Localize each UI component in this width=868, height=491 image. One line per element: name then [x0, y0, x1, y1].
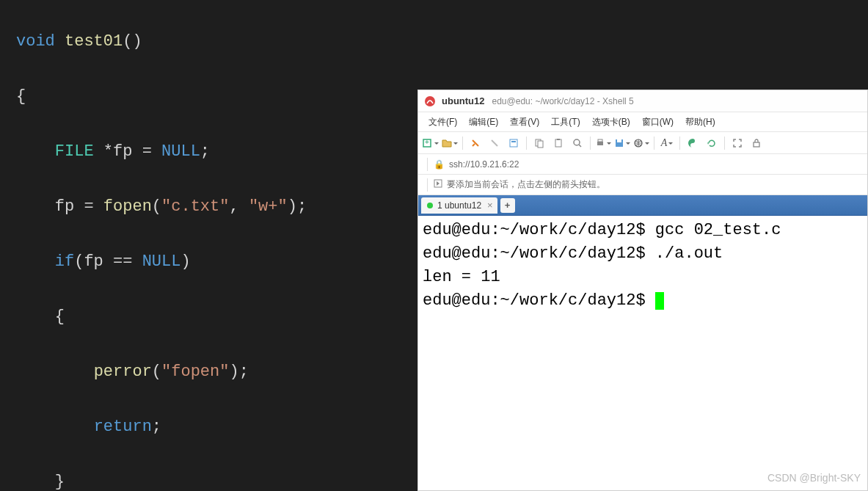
new-session-button[interactable]: +	[423, 135, 439, 151]
save-button[interactable]	[614, 135, 630, 151]
menu-file[interactable]: 文件(F)	[423, 113, 463, 131]
function-name: test01	[65, 32, 123, 51]
session-tab-label: 1 ubuntu12	[437, 200, 481, 211]
code-text: (fp ==	[74, 252, 142, 271]
reconnect-button[interactable]	[467, 135, 484, 151]
code-text: *fp =	[94, 142, 161, 161]
add-tab-button[interactable]: +	[500, 198, 515, 213]
brace: }	[55, 473, 65, 491]
menu-view[interactable]: 查看(V)	[504, 113, 545, 131]
copy-button[interactable]	[531, 135, 547, 151]
menu-edit[interactable]: 编辑(E)	[463, 113, 504, 131]
svg-rect-6	[538, 141, 543, 148]
separator	[427, 178, 428, 192]
string-literal: "fopen"	[161, 363, 229, 381]
menu-window[interactable]: 窗口(W)	[636, 113, 679, 131]
window-title-sub: edu@edu: ~/work/c/day12 - Xshell 5	[492, 96, 634, 106]
separator	[427, 158, 428, 171]
info-text: 要添加当前会话，点击左侧的箭头按钮。	[447, 178, 605, 191]
code-editor[interactable]: void test01() { FILE *fp = NULL; fp = fo…	[0, 0, 411, 491]
punctuation: (	[152, 363, 161, 381]
watermark: CSDN @Bright-SKY	[767, 472, 861, 484]
svg-rect-3	[510, 139, 517, 147]
menu-tools[interactable]: 工具(T)	[545, 113, 586, 131]
refresh-button[interactable]	[704, 135, 720, 151]
punctuation: ;	[152, 418, 161, 436]
properties-button[interactable]	[506, 135, 522, 151]
theme-button[interactable]	[685, 135, 701, 151]
fullscreen-button[interactable]	[729, 135, 745, 151]
punctuation: );	[288, 197, 307, 216]
function-call: perror	[94, 363, 152, 381]
window-title-main: ubuntu12	[442, 95, 485, 106]
font-button[interactable]: A	[659, 135, 675, 151]
keyword: return	[94, 418, 152, 436]
punctuation: )	[180, 252, 190, 271]
separator	[679, 137, 680, 150]
punctuation: );	[229, 363, 248, 381]
titlebar[interactable]: ubuntu12 edu@edu: ~/work/c/day12 - Xshel…	[418, 90, 867, 112]
terminal-line: edu@edu:~/work/c/day12$ ./a.out	[423, 244, 723, 263]
svg-point-9	[574, 139, 580, 145]
print-button[interactable]	[595, 135, 611, 151]
toolbar: + A	[418, 132, 867, 154]
keyword: void	[16, 32, 55, 51]
status-dot-icon	[427, 203, 433, 208]
constant: NULL	[142, 252, 181, 271]
arrow-icon[interactable]	[434, 179, 442, 190]
punctuation: ()	[123, 32, 142, 51]
separator	[462, 137, 463, 150]
menu-tabs[interactable]: 选项卡(B)	[586, 113, 636, 131]
menubar: 文件(F) 编辑(E) 查看(V) 工具(T) 选项卡(B) 窗口(W) 帮助(…	[418, 112, 867, 132]
separator	[590, 137, 591, 150]
xshell-window: ubuntu12 edu@edu: ~/work/c/day12 - Xshel…	[417, 90, 868, 491]
session-tab-active[interactable]: 1 ubuntu12 ×	[421, 197, 497, 214]
svg-rect-4	[511, 141, 516, 142]
find-button[interactable]	[569, 135, 586, 151]
string-literal: "w+"	[249, 197, 288, 216]
disconnect-button[interactable]	[486, 135, 503, 151]
info-bar: 要添加当前会话，点击左侧的箭头按钮。	[418, 175, 867, 195]
svg-rect-8	[557, 139, 560, 140]
close-icon[interactable]: ×	[487, 200, 493, 211]
paste-button[interactable]	[550, 135, 566, 151]
lock-icon: 🔒	[434, 159, 445, 170]
session-tabbar: 1 ubuntu12 × +	[418, 195, 867, 216]
terminal[interactable]: edu@edu:~/work/c/day12$ gcc 02_test.c ed…	[418, 216, 867, 490]
separator	[724, 137, 725, 150]
svg-rect-11	[598, 139, 602, 142]
function-call: fopen	[103, 197, 152, 216]
punctuation: ,	[229, 197, 248, 216]
svg-point-0	[425, 96, 435, 106]
separator	[526, 137, 527, 150]
punctuation: (	[152, 197, 161, 216]
menu-help[interactable]: 帮助(H)	[679, 113, 721, 131]
lock-button[interactable]	[748, 135, 765, 151]
brace: {	[16, 87, 26, 106]
terminal-cursor	[655, 292, 664, 310]
separator	[654, 137, 654, 150]
terminal-line: edu@edu:~/work/c/day12$ gcc 02_test.c	[423, 221, 781, 239]
code-text: fp =	[55, 197, 103, 216]
constant: NULL	[161, 142, 200, 161]
string-literal: "c.txt"	[161, 197, 229, 216]
type: FILE	[55, 142, 94, 161]
address-bar: 🔒 ssh://10.9.21.6:22	[418, 154, 867, 175]
svg-rect-13	[617, 139, 621, 142]
svg-rect-10	[597, 142, 603, 145]
open-button[interactable]	[442, 135, 458, 151]
brace: {	[55, 308, 65, 326]
svg-text:+: +	[425, 138, 429, 146]
language-button[interactable]	[633, 135, 649, 151]
address-text[interactable]: ssh://10.9.21.6:22	[449, 159, 519, 170]
keyword: if	[55, 252, 74, 271]
app-icon	[424, 95, 436, 107]
terminal-line: edu@edu:~/work/c/day12$	[423, 291, 655, 310]
punctuation: ;	[200, 142, 210, 161]
svg-rect-15	[754, 142, 759, 147]
svg-rect-7	[555, 139, 561, 147]
terminal-line: len = 11	[423, 268, 500, 286]
